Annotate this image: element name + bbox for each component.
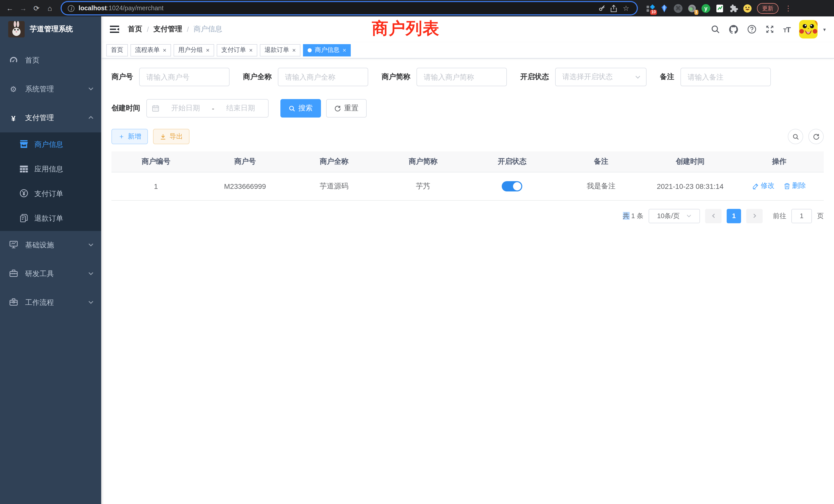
sidebar-item-app-info[interactable]: 应用信息 [0,157,101,182]
sidebar-item-merchant-info[interactable]: 商户信息 [0,132,101,157]
extensions-puzzle-icon[interactable] [729,4,738,13]
forward-icon[interactable]: → [19,4,28,12]
collapse-sidebar-icon[interactable] [109,24,120,35]
sidebar-item-system[interactable]: ⚙ 系统管理 [0,75,101,104]
tab-home[interactable]: 首页 [106,44,128,56]
toggle-search-button[interactable] [788,129,803,144]
status-select[interactable]: 请选择开启状态 [555,68,646,86]
search-icon [792,133,799,140]
remark-input[interactable] [680,68,771,86]
search-icon[interactable] [711,25,720,34]
col-merchant-id: 商户编号 [111,152,200,172]
edit-link[interactable]: 修改 [753,181,775,191]
site-info-icon[interactable]: i [68,5,74,12]
sidebar-item-pay-order[interactable]: 支付订单 [0,182,101,206]
fullscreen-icon[interactable] [765,25,774,34]
gear-icon: ⚙ [9,85,18,94]
sidebar-item-home[interactable]: 首页 [0,46,101,75]
grid-icon [19,165,28,174]
tab-refund-order[interactable]: 退款订单× [260,44,301,56]
sidebar-item-dev-tools[interactable]: 研发工具 [0,260,101,289]
tab-user-group[interactable]: 用户分组× [174,44,214,56]
sidebar-item-refund-order[interactable]: 退款订单 [0,206,101,231]
page-number-1[interactable]: 1 [727,209,741,223]
page-size-select[interactable]: 10条/页 [649,209,700,223]
refresh-icon [334,105,341,112]
close-icon[interactable]: × [163,46,167,54]
refund-icon [19,214,28,224]
sidebar-item-infra[interactable]: 基础设施 [0,231,101,260]
chevron-down-icon [88,299,94,307]
col-full-name: 商户全称 [290,152,379,172]
tab-process-form[interactable]: 流程表单× [130,44,171,56]
github-icon[interactable] [729,24,739,34]
date-range-picker[interactable]: 开始日期 - 结束日期 [146,99,269,117]
camera-extension-icon[interactable]: 1 [688,4,696,13]
command-extension-icon[interactable]: ⌘ [674,4,682,13]
trash-icon [784,183,791,189]
export-button[interactable]: 导出 [153,129,190,144]
close-icon[interactable]: × [206,46,210,54]
user-avatar[interactable] [799,20,817,39]
reload-icon[interactable]: ⟳ [32,4,41,12]
app-logo[interactable]: 芋道管理系统 [0,17,101,42]
cell-merchant-no: M233666999 [200,172,290,200]
browser-update-button[interactable]: 更新 [757,3,778,14]
short-name-input[interactable] [416,68,507,86]
close-icon[interactable]: × [249,46,253,54]
tab-pay-order[interactable]: 支付订单× [217,44,257,56]
browser-menu-icon[interactable]: ⋮ [784,4,793,12]
refresh-table-button[interactable] [808,129,824,144]
password-key-icon[interactable] [598,4,606,12]
col-created-at: 创建时间 [646,152,735,172]
status-toggle[interactable] [502,181,522,191]
extension-badge: 10 [650,9,657,15]
table-header-row: 商户编号 商户号 商户全称 商户简称 开启状态 备注 创建时间 操作 [111,152,824,172]
cell-remark: 我是备注 [557,172,646,200]
store-icon [19,140,28,150]
briefcase-icon [9,298,18,307]
next-page-button[interactable] [746,209,763,223]
caret-down-icon[interactable]: ▾ [823,26,826,32]
total-text: 共 1 条 [623,211,643,221]
merchant-no-input[interactable] [139,68,229,86]
y-extension-icon[interactable]: y [702,4,710,13]
home-icon[interactable]: ⌂ [45,4,54,12]
active-dot [308,48,312,52]
share-icon[interactable] [610,4,617,12]
goto-page-input[interactable] [791,209,812,223]
screen: ← → ⟳ ⌂ i localhost:1024/pay/merchant ☆ … [0,0,834,504]
close-icon[interactable]: × [343,46,346,54]
remark-label: 备注 [660,72,674,82]
add-button[interactable]: ＋ 新增 [111,129,148,144]
close-icon[interactable]: × [292,46,296,54]
delete-link[interactable]: 删除 [784,181,806,191]
address-bar[interactable]: i localhost:1024/pay/merchant ☆ [62,2,637,14]
sidebar-item-workflow[interactable]: 工作流程 [0,289,101,317]
full-name-input[interactable] [278,68,368,86]
monitor-icon [9,241,18,250]
sidebar-item-pay[interactable]: ¥ 支付管理 [0,104,101,132]
breadcrumb-home[interactable]: 首页 [128,25,142,34]
goto-label: 前往 [773,211,786,221]
browser-profile-avatar[interactable] [743,4,752,13]
pinned-extension-icon[interactable]: 10 [646,4,655,13]
col-merchant-no: 商户号 [200,152,290,172]
reset-button[interactable]: 重置 [326,99,367,117]
search-button[interactable]: 搜索 [280,99,321,117]
sidebar: 芋道管理系统 首页 ⚙ 系统管理 ¥ 支付管理 [0,17,101,504]
tab-merchant-info[interactable]: 商户信息× [303,44,351,56]
back-icon[interactable]: ← [5,4,14,12]
help-icon[interactable] [747,25,756,34]
plus-icon: ＋ [118,132,125,141]
breadcrumb: 首页 / 支付管理 / 商户信息 [128,25,707,34]
merchant-no-label: 商户号 [111,72,133,82]
bookmark-star-icon[interactable]: ☆ [621,4,631,12]
breadcrumb-pay[interactable]: 支付管理 [154,25,182,34]
gem-extension-icon[interactable] [660,4,668,13]
chevron-down-icon [88,241,94,249]
prev-page-button[interactable] [705,209,722,223]
notes-extension-icon[interactable] [716,4,724,13]
sidebar-menu: 首页 ⚙ 系统管理 ¥ 支付管理 商户信息 [0,46,101,317]
font-size-icon[interactable]: TT [783,25,790,33]
